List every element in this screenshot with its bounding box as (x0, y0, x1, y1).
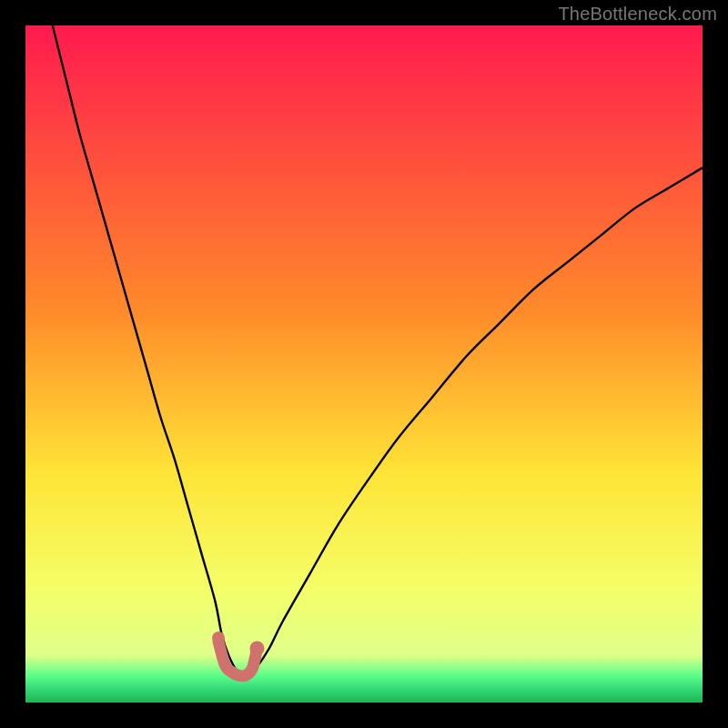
chart-frame: TheBottleneck.com (0, 0, 728, 728)
gradient-background (25, 25, 703, 703)
attribution-text: TheBottleneck.com (558, 4, 717, 25)
chart-svg (25, 25, 703, 703)
marker-dot (249, 641, 264, 655)
marker-dot (212, 632, 225, 644)
plot-area (25, 25, 703, 703)
